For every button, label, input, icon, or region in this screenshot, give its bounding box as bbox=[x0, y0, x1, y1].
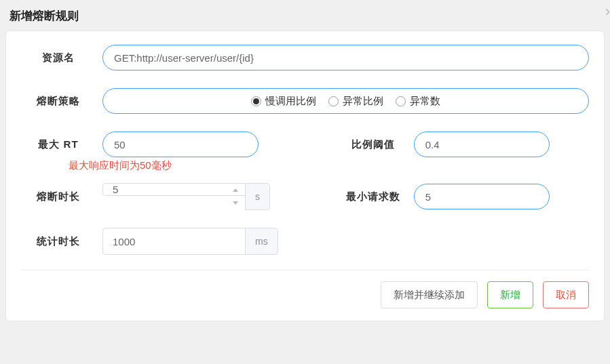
ratio-threshold-input[interactable] bbox=[414, 132, 550, 157]
radio-slow-ratio[interactable]: 慢调用比例 bbox=[251, 95, 316, 108]
radio-error-ratio[interactable]: 异常比例 bbox=[328, 95, 383, 108]
label-min-requests: 最小请求数 bbox=[339, 190, 414, 203]
footer-actions: 新增并继续添加 新增 取消 bbox=[21, 281, 589, 308]
strategy-radio-group: 慢调用比例 异常比例 异常数 bbox=[102, 88, 589, 114]
break-duration-input[interactable] bbox=[102, 183, 245, 196]
radio-dot-checked-icon bbox=[251, 96, 261, 106]
min-requests-input[interactable] bbox=[414, 184, 550, 209]
label-break-duration: 熔断时长 bbox=[21, 190, 102, 203]
add-button[interactable]: 新增 bbox=[487, 281, 533, 308]
add-continue-button[interactable]: 新增并继续添加 bbox=[381, 281, 478, 308]
label-max-rt: 最大 RT bbox=[21, 138, 102, 151]
max-rt-note: 最大响应时间为50毫秒 bbox=[69, 159, 172, 172]
cancel-button[interactable]: 取消 bbox=[543, 281, 589, 308]
stat-duration-input[interactable] bbox=[102, 228, 245, 255]
max-rt-input[interactable] bbox=[102, 132, 259, 157]
page-title: 新增熔断规则 bbox=[0, 0, 610, 31]
stat-duration-unit: ms bbox=[245, 228, 278, 255]
radio-label: 异常数 bbox=[410, 95, 440, 108]
form-card: 资源名 熔断策略 慢调用比例 异常比例 异常数 bbox=[5, 31, 605, 321]
divider bbox=[21, 270, 589, 270]
radio-dot-icon bbox=[328, 96, 339, 106]
label-stat-duration: 统计时长 bbox=[21, 235, 102, 248]
stat-duration-group: ms bbox=[102, 228, 278, 255]
break-duration-group: s bbox=[102, 183, 270, 210]
close-icon[interactable]: › bbox=[605, 3, 610, 20]
radio-label: 异常比例 bbox=[343, 95, 383, 108]
label-resource: 资源名 bbox=[21, 52, 102, 64]
resource-input[interactable] bbox=[102, 45, 589, 70]
radio-error-count[interactable]: 异常数 bbox=[396, 95, 440, 108]
label-strategy: 熔断策略 bbox=[21, 95, 102, 108]
radio-label: 慢调用比例 bbox=[265, 95, 316, 108]
radio-dot-icon bbox=[396, 96, 406, 106]
break-duration-unit: s bbox=[245, 183, 270, 210]
label-ratio-threshold: 比例阈值 bbox=[339, 138, 414, 151]
